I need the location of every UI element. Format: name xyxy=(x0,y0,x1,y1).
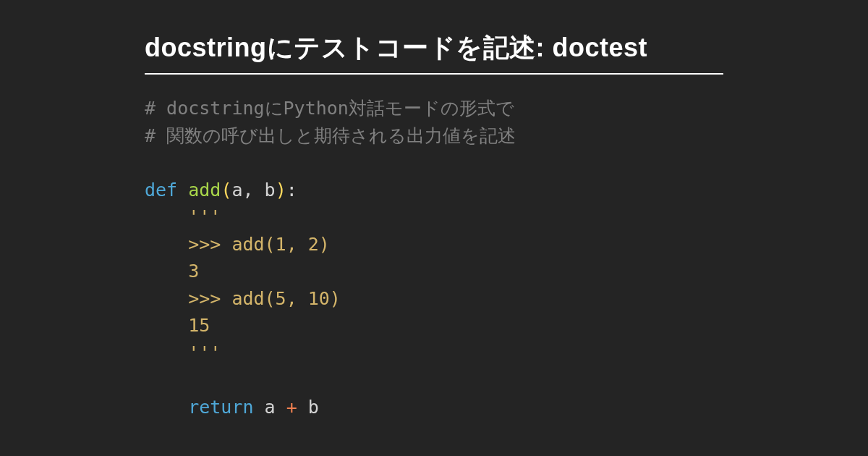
colon: : xyxy=(286,180,297,200)
close-paren: ) xyxy=(276,180,286,200)
docstring-close: ''' xyxy=(145,342,221,363)
slide-container: docstringにテストコードを記述: doctest # docstring… xyxy=(0,0,868,421)
params: a, b xyxy=(231,180,275,200)
code-comment-1: # docstringにPython対話モードの形式で xyxy=(145,98,514,119)
docstring-line-2: 3 xyxy=(145,261,199,282)
keyword-return: return xyxy=(188,397,253,418)
code-comment-2: # 関数の呼び出しと期待される出力値を記述 xyxy=(145,125,516,146)
docstring-line-4: 15 xyxy=(145,315,210,336)
operator-plus: + xyxy=(286,397,297,418)
page-title: docstringにテストコードを記述: doctest xyxy=(145,30,723,75)
return-var-b: b xyxy=(308,397,319,418)
docstring-line-1: >>> add(1, 2) xyxy=(145,234,330,255)
return-var-a: a xyxy=(265,397,276,418)
docstring-line-3: >>> add(5, 10) xyxy=(145,288,341,309)
keyword-def: def xyxy=(145,180,177,200)
function-name: add xyxy=(188,180,221,200)
open-paren: ( xyxy=(221,180,231,200)
docstring-open: ''' xyxy=(145,206,221,227)
code-block: # docstringにPython対話モードの形式で # 関数の呼び出しと期待… xyxy=(145,95,723,421)
